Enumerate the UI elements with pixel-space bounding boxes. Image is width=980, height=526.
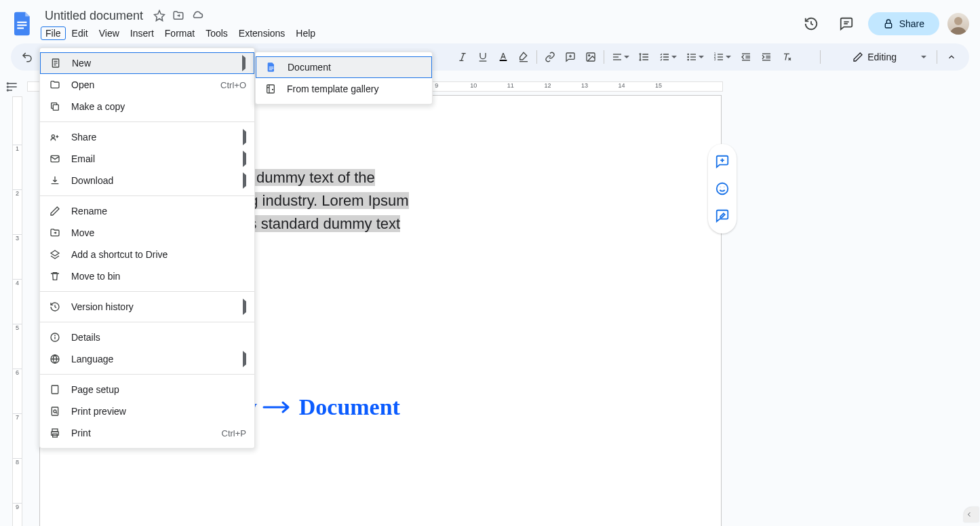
- menu-tools[interactable]: Tools: [201, 26, 233, 40]
- file-menu-item-email[interactable]: Email: [40, 148, 254, 170]
- add-comment-button[interactable]: [710, 149, 734, 174]
- share-button[interactable]: Share: [868, 12, 939, 35]
- svg-point-56: [52, 135, 54, 138]
- email-icon: [48, 152, 62, 166]
- svg-rect-5: [885, 23, 891, 28]
- docs-logo[interactable]: [11, 12, 35, 36]
- text-color-button[interactable]: [494, 48, 513, 67]
- svg-rect-0: [17, 22, 26, 23]
- svg-point-48: [717, 183, 728, 195]
- rename-icon: [48, 204, 62, 218]
- svg-rect-1: [17, 24, 26, 26]
- svg-point-43: [7, 83, 9, 84]
- file-menu-item-print-preview[interactable]: Print preview: [40, 400, 254, 422]
- chevron-right-icon: [242, 58, 246, 69]
- header: Untitled document File Edit View Insert …: [0, 0, 980, 43]
- svg-point-44: [7, 86, 9, 88]
- svg-text:3: 3: [714, 58, 716, 61]
- pencil-icon: [852, 52, 863, 62]
- lock-icon: [883, 18, 894, 29]
- file-menu-item-new[interactable]: New: [40, 52, 254, 74]
- file-menu-item-language[interactable]: Language: [40, 348, 254, 370]
- chevron-right-icon: [243, 153, 246, 164]
- svg-point-16: [589, 55, 590, 56]
- menu-file[interactable]: File: [41, 26, 66, 40]
- italic-button[interactable]: [453, 48, 472, 67]
- menu-edit[interactable]: Edit: [67, 26, 93, 40]
- comments-icon[interactable]: [833, 10, 860, 37]
- file-menu-item-move-to-bin[interactable]: Move to bin: [40, 265, 254, 287]
- svg-point-6: [954, 17, 962, 25]
- explore-button[interactable]: [964, 507, 979, 522]
- collapse-toolbar-button[interactable]: [941, 46, 962, 68]
- add-reaction-button[interactable]: [710, 176, 734, 201]
- outline-toggle-button[interactable]: [5, 80, 22, 96]
- chevron-right-icon: [243, 132, 246, 143]
- avatar[interactable]: [947, 13, 969, 35]
- file-menu-item-open[interactable]: OpenCtrl+O: [40, 74, 254, 96]
- suggest-edits-button[interactable]: [710, 204, 734, 228]
- highlight-button[interactable]: [514, 48, 533, 67]
- file-menu-item-print[interactable]: PrintCtrl+P: [40, 422, 254, 444]
- checklist-button[interactable]: [655, 48, 681, 67]
- svg-rect-11: [500, 60, 507, 61]
- file-menu-item-page-setup[interactable]: Page setup: [40, 379, 254, 400]
- svg-rect-68: [269, 67, 274, 67]
- page-side-buttons: [708, 144, 737, 233]
- page-icon: [48, 383, 62, 396]
- file-menu-item-details[interactable]: Details: [40, 326, 254, 348]
- left-ruler-area: 12345678910: [0, 76, 27, 526]
- submenu-item-document[interactable]: Document: [256, 56, 432, 78]
- file-menu-item-share[interactable]: Share: [40, 126, 254, 148]
- new-submenu: Document From template gallery: [255, 52, 433, 105]
- menu-insert[interactable]: Insert: [125, 26, 159, 40]
- menu-extensions[interactable]: Extensions: [234, 26, 290, 40]
- svg-rect-70: [269, 69, 273, 70]
- share-label: Share: [899, 18, 924, 29]
- file-menu-item-download[interactable]: Download: [40, 170, 254, 191]
- star-icon[interactable]: [153, 9, 166, 22]
- file-menu-item-rename[interactable]: Rename: [40, 200, 254, 222]
- decrease-indent-button[interactable]: [737, 48, 756, 67]
- chevron-right-icon: [243, 301, 246, 312]
- doc-icon: [49, 56, 62, 70]
- file-menu-item-move[interactable]: Move: [40, 222, 254, 244]
- file-menu-item-make-a-copy[interactable]: Make a copy: [40, 96, 254, 117]
- menu-bar: File Edit View Insert Format Tools Exten…: [41, 25, 798, 41]
- title-area: Untitled document File Edit View Insert …: [41, 6, 798, 41]
- line-spacing-button[interactable]: [635, 48, 654, 67]
- chevron-right-icon: [243, 175, 246, 186]
- increase-indent-button[interactable]: [757, 48, 776, 67]
- header-right: Share: [798, 10, 969, 37]
- menu-format[interactable]: Format: [160, 26, 199, 40]
- insert-comment-button[interactable]: [561, 48, 580, 67]
- insert-link-button[interactable]: [541, 48, 560, 67]
- trash-icon: [48, 269, 62, 283]
- editing-mode-button[interactable]: Editing: [846, 47, 933, 67]
- undo-button[interactable]: [18, 48, 37, 67]
- insert-image-button[interactable]: [581, 48, 600, 67]
- file-menu-item-version-history[interactable]: Version history: [40, 296, 254, 318]
- align-button[interactable]: [608, 48, 633, 67]
- document-title[interactable]: Untitled document: [41, 7, 147, 24]
- history-icon[interactable]: [798, 10, 825, 37]
- svg-rect-63: [52, 407, 58, 415]
- cloud-status-icon[interactable]: [191, 9, 204, 22]
- history-icon: [48, 300, 62, 314]
- file-menu-item-add-a-shortcut-to-drive[interactable]: Add a shortcut to Drive: [40, 244, 254, 265]
- clear-formatting-button[interactable]: [777, 48, 796, 67]
- info-icon: [48, 331, 62, 344]
- menu-help[interactable]: Help: [291, 26, 320, 40]
- numbered-list-button[interactable]: 123: [709, 48, 735, 67]
- document-icon: [264, 60, 278, 74]
- move-to-folder-icon[interactable]: [172, 9, 185, 22]
- file-dropdown-menu: NewOpenCtrl+OMake a copyShareEmailDownlo…: [39, 48, 255, 449]
- underline-button[interactable]: [473, 48, 492, 67]
- menu-view[interactable]: View: [94, 26, 124, 40]
- share-icon: [48, 130, 62, 144]
- submenu-item-template[interactable]: From template gallery: [256, 78, 432, 100]
- copy-icon: [48, 100, 62, 113]
- bulleted-list-button[interactable]: [682, 48, 708, 67]
- preview-icon: [48, 405, 62, 418]
- vertical-ruler[interactable]: 12345678910: [12, 96, 22, 526]
